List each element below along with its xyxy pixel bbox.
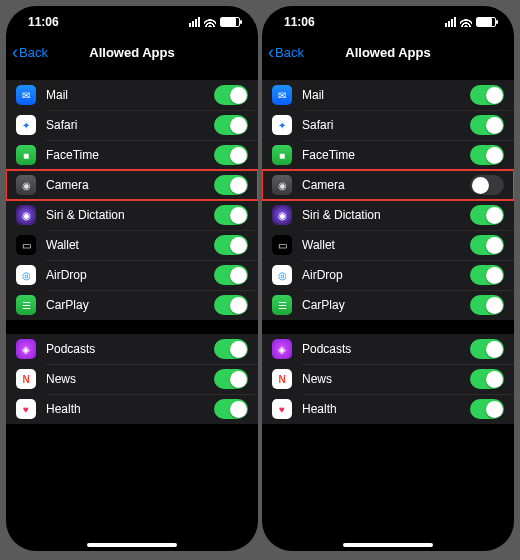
row-label: Safari bbox=[46, 118, 214, 132]
row-news[interactable]: NNews bbox=[6, 364, 258, 394]
status-time: 11:06 bbox=[284, 15, 315, 29]
row-mail[interactable]: ✉Mail bbox=[6, 80, 258, 110]
row-label: CarPlay bbox=[302, 298, 470, 312]
back-label: Back bbox=[275, 45, 304, 60]
back-button[interactable]: ‹Back bbox=[12, 43, 48, 61]
safari-icon: ✦ bbox=[16, 115, 36, 135]
row-carplay[interactable]: ☰CarPlay bbox=[262, 290, 514, 320]
airdrop-icon: ◎ bbox=[16, 265, 36, 285]
row-airdrop[interactable]: ◎AirDrop bbox=[6, 260, 258, 290]
row-safari[interactable]: ✦Safari bbox=[262, 110, 514, 140]
row-camera[interactable]: ◉Camera bbox=[262, 170, 514, 200]
news-icon: N bbox=[16, 369, 36, 389]
row-health[interactable]: ♥Health bbox=[6, 394, 258, 424]
row-label: Camera bbox=[302, 178, 470, 192]
toggle-mail[interactable] bbox=[470, 85, 504, 105]
facetime-icon: ■ bbox=[272, 145, 292, 165]
toggle-safari[interactable] bbox=[214, 115, 248, 135]
row-label: FaceTime bbox=[302, 148, 470, 162]
row-airdrop[interactable]: ◎AirDrop bbox=[262, 260, 514, 290]
row-podcasts[interactable]: ◈Podcasts bbox=[262, 334, 514, 364]
row-camera[interactable]: ◉Camera bbox=[6, 170, 258, 200]
camera-icon: ◉ bbox=[272, 175, 292, 195]
row-carplay[interactable]: ☰CarPlay bbox=[6, 290, 258, 320]
row-label: Safari bbox=[302, 118, 470, 132]
row-label: Siri & Dictation bbox=[302, 208, 470, 222]
row-mail[interactable]: ✉Mail bbox=[262, 80, 514, 110]
row-label: Health bbox=[302, 402, 470, 416]
row-label: Wallet bbox=[302, 238, 470, 252]
status-indicators bbox=[445, 17, 496, 27]
facetime-icon: ■ bbox=[16, 145, 36, 165]
toggle-news[interactable] bbox=[470, 369, 504, 389]
podcasts-icon: ◈ bbox=[272, 339, 292, 359]
row-wallet[interactable]: ▭Wallet bbox=[262, 230, 514, 260]
chevron-left-icon: ‹ bbox=[12, 43, 18, 61]
toggle-siri[interactable] bbox=[470, 205, 504, 225]
airdrop-icon: ◎ bbox=[272, 265, 292, 285]
navbar: ‹BackAllowed Apps bbox=[6, 34, 258, 70]
row-wallet[interactable]: ▭Wallet bbox=[6, 230, 258, 260]
toggle-news[interactable] bbox=[214, 369, 248, 389]
page-title: Allowed Apps bbox=[345, 45, 430, 60]
back-label: Back bbox=[19, 45, 48, 60]
health-icon: ♥ bbox=[272, 399, 292, 419]
siri-icon: ◉ bbox=[16, 205, 36, 225]
navbar: ‹BackAllowed Apps bbox=[262, 34, 514, 70]
back-button[interactable]: ‹Back bbox=[268, 43, 304, 61]
carplay-icon: ☰ bbox=[16, 295, 36, 315]
row-label: CarPlay bbox=[46, 298, 214, 312]
health-icon: ♥ bbox=[16, 399, 36, 419]
toggle-podcasts[interactable] bbox=[470, 339, 504, 359]
toggle-wallet[interactable] bbox=[470, 235, 504, 255]
row-label: FaceTime bbox=[46, 148, 214, 162]
news-icon: N bbox=[272, 369, 292, 389]
settings-group: ✉Mail✦Safari■FaceTime◉Camera◉Siri & Dict… bbox=[262, 80, 514, 320]
cellular-icon bbox=[189, 17, 200, 27]
home-indicator[interactable] bbox=[87, 543, 177, 547]
wifi-icon bbox=[460, 18, 472, 27]
safari-icon: ✦ bbox=[272, 115, 292, 135]
row-safari[interactable]: ✦Safari bbox=[6, 110, 258, 140]
toggle-airdrop[interactable] bbox=[214, 265, 248, 285]
phone-right: 11:06‹BackAllowed Apps✉Mail✦Safari■FaceT… bbox=[262, 6, 514, 551]
row-facetime[interactable]: ■FaceTime bbox=[6, 140, 258, 170]
toggle-siri[interactable] bbox=[214, 205, 248, 225]
toggle-wallet[interactable] bbox=[214, 235, 248, 255]
phone-left: 11:06‹BackAllowed Apps✉Mail✦Safari■FaceT… bbox=[6, 6, 258, 551]
chevron-left-icon: ‹ bbox=[268, 43, 274, 61]
row-podcasts[interactable]: ◈Podcasts bbox=[6, 334, 258, 364]
cellular-icon bbox=[445, 17, 456, 27]
toggle-facetime[interactable] bbox=[214, 145, 248, 165]
row-label: News bbox=[302, 372, 470, 386]
wallet-icon: ▭ bbox=[16, 235, 36, 255]
settings-list: ✉Mail✦Safari■FaceTime◉Camera◉Siri & Dict… bbox=[262, 70, 514, 551]
row-label: Podcasts bbox=[302, 342, 470, 356]
home-indicator[interactable] bbox=[343, 543, 433, 547]
toggle-carplay[interactable] bbox=[214, 295, 248, 315]
toggle-airdrop[interactable] bbox=[470, 265, 504, 285]
row-facetime[interactable]: ■FaceTime bbox=[262, 140, 514, 170]
row-label: AirDrop bbox=[46, 268, 214, 282]
camera-icon: ◉ bbox=[16, 175, 36, 195]
row-health[interactable]: ♥Health bbox=[262, 394, 514, 424]
toggle-camera[interactable] bbox=[470, 175, 504, 195]
row-news[interactable]: NNews bbox=[262, 364, 514, 394]
toggle-carplay[interactable] bbox=[470, 295, 504, 315]
settings-list: ✉Mail✦Safari■FaceTime◉Camera◉Siri & Dict… bbox=[6, 70, 258, 551]
toggle-safari[interactable] bbox=[470, 115, 504, 135]
row-label: AirDrop bbox=[302, 268, 470, 282]
toggle-camera[interactable] bbox=[214, 175, 248, 195]
settings-group: ◈PodcastsNNews♥Health bbox=[262, 334, 514, 424]
toggle-mail[interactable] bbox=[214, 85, 248, 105]
status-time: 11:06 bbox=[28, 15, 59, 29]
toggle-facetime[interactable] bbox=[470, 145, 504, 165]
row-siri[interactable]: ◉Siri & Dictation bbox=[262, 200, 514, 230]
row-siri[interactable]: ◉Siri & Dictation bbox=[6, 200, 258, 230]
toggle-podcasts[interactable] bbox=[214, 339, 248, 359]
page-title: Allowed Apps bbox=[89, 45, 174, 60]
settings-group: ◈PodcastsNNews♥Health bbox=[6, 334, 258, 424]
toggle-health[interactable] bbox=[214, 399, 248, 419]
row-label: Mail bbox=[302, 88, 470, 102]
toggle-health[interactable] bbox=[470, 399, 504, 419]
